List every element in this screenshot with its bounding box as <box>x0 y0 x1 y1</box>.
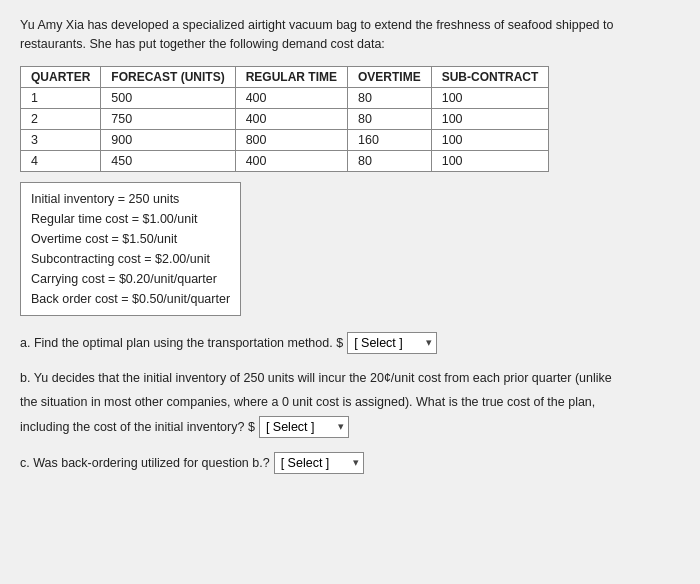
table-cell: 100 <box>431 150 549 171</box>
info-line: Initial inventory = 250 units <box>31 189 230 209</box>
question-b-line3: including the cost of the initial invent… <box>20 417 255 437</box>
question-c-block: c. Was back-ordering utilized for questi… <box>20 452 680 474</box>
table-row: 150040080100 <box>21 87 549 108</box>
table-cell: 100 <box>431 129 549 150</box>
intro-text: Yu Amy Xia has developed a specialized a… <box>20 16 680 54</box>
table-cell: 800 <box>235 129 347 150</box>
question-c-select-wrapper[interactable]: [ Select ]YesNo <box>274 452 364 474</box>
info-line: Back order cost = $0.50/unit/quarter <box>31 289 230 309</box>
table-row: 275040080100 <box>21 108 549 129</box>
table-cell: 4 <box>21 150 101 171</box>
question-c-select[interactable]: [ Select ]YesNo <box>274 452 364 474</box>
question-b-block: b. Yu decides that the initial inventory… <box>20 368 680 438</box>
question-a-select[interactable]: [ Select ]1000110012001300140015001600 <box>347 332 437 354</box>
info-box: Initial inventory = 250 unitsRegular tim… <box>20 182 241 316</box>
table-cell: 80 <box>348 87 432 108</box>
question-c-label: c. Was back-ordering utilized for questi… <box>20 453 270 473</box>
table-cell: 100 <box>431 87 549 108</box>
info-line: Overtime cost = $1.50/unit <box>31 229 230 249</box>
col-header-subcontract: SUB-CONTRACT <box>431 66 549 87</box>
table-cell: 400 <box>235 150 347 171</box>
table-cell: 2 <box>21 108 101 129</box>
table-cell: 450 <box>101 150 235 171</box>
col-header-quarter: QUARTER <box>21 66 101 87</box>
table-cell: 500 <box>101 87 235 108</box>
table-row: 3900800160100 <box>21 129 549 150</box>
info-line: Carrying cost = $0.20/unit/quarter <box>31 269 230 289</box>
table-cell: 80 <box>348 108 432 129</box>
data-table-wrapper: QUARTER FORECAST (UNITS) REGULAR TIME OV… <box>20 66 680 172</box>
table-cell: 100 <box>431 108 549 129</box>
question-b-line2: the situation in most other companies, w… <box>20 392 680 412</box>
question-b-line1: b. Yu decides that the initial inventory… <box>20 368 680 388</box>
question-b-select[interactable]: [ Select ]1000110012001300140015001600 <box>259 416 349 438</box>
table-cell: 160 <box>348 129 432 150</box>
question-a-select-wrapper[interactable]: [ Select ]1000110012001300140015001600 <box>347 332 437 354</box>
table-cell: 3 <box>21 129 101 150</box>
info-line: Regular time cost = $1.00/unit <box>31 209 230 229</box>
table-cell: 80 <box>348 150 432 171</box>
col-header-forecast: FORECAST (UNITS) <box>101 66 235 87</box>
table-row: 445040080100 <box>21 150 549 171</box>
demand-cost-table: QUARTER FORECAST (UNITS) REGULAR TIME OV… <box>20 66 549 172</box>
table-cell: 400 <box>235 87 347 108</box>
question-a-label: a. Find the optimal plan using the trans… <box>20 333 343 353</box>
table-cell: 900 <box>101 129 235 150</box>
question-a-block: a. Find the optimal plan using the trans… <box>20 332 680 354</box>
info-line: Subcontracting cost = $2.00/unit <box>31 249 230 269</box>
table-cell: 400 <box>235 108 347 129</box>
col-header-overtime: OVERTIME <box>348 66 432 87</box>
question-b-select-wrapper[interactable]: [ Select ]1000110012001300140015001600 <box>259 416 349 438</box>
col-header-regular-time: REGULAR TIME <box>235 66 347 87</box>
table-cell: 1 <box>21 87 101 108</box>
table-cell: 750 <box>101 108 235 129</box>
